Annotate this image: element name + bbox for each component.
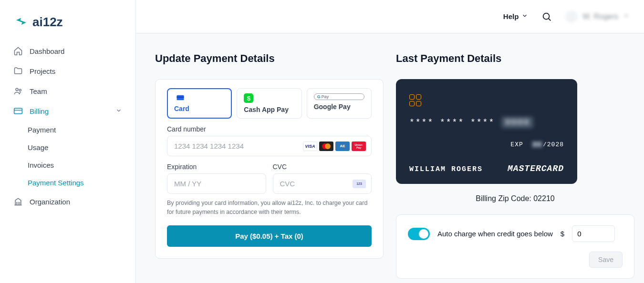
method-label: Google Pay [314,103,364,111]
svg-point-1 [19,89,21,91]
sidebar-label: Dashboard [30,47,64,55]
mastercard-icon [319,142,333,151]
unionpay-icon: UnionPay [352,142,366,151]
cvc-icon: 123 [353,180,366,188]
home-icon [13,46,23,56]
user-menu[interactable]: W. Rogers [565,10,630,23]
sidebar-label: Team [30,87,47,95]
card-visual: **** **** **** 0000 EXP 00/2028 WILLIAM … [396,79,577,184]
expiration-label: Expiration [167,163,266,171]
sidebar-item-projects[interactable]: Projects [0,61,135,81]
method-label: Cash App Pay [244,106,294,113]
sidebar-label: Projects [30,67,55,75]
sidebar-item-organization[interactable]: Organization [0,192,135,212]
header: Help W. Rogers [136,0,644,33]
cardholder-name: WILLIAM ROGERS [409,165,483,173]
amex-icon: AE [335,142,350,151]
card-icon [13,106,23,116]
card-brand-label: MASTERCARD [508,164,564,173]
sidebar-label: Billing [30,107,49,115]
team-icon [13,86,23,96]
sidebar-label: Organization [30,198,70,206]
currency-symbol: $ [561,230,564,238]
card-expiry-display: EXP 00/2028 [510,141,564,148]
save-button[interactable]: Save [589,252,623,268]
sidebar-item-dashboard[interactable]: Dashboard [0,41,135,61]
chevron-down-icon [623,12,630,21]
logo-icon [13,14,29,30]
auto-charge-panel: Auto charge when credit goes below $ Sav… [396,214,634,279]
pay-button[interactable]: Pay ($0.05) + Tax (0) [167,225,372,247]
method-label: Card [174,105,225,112]
folder-icon [13,66,23,76]
cashapp-icon: $ [244,93,253,103]
svg-rect-2 [14,108,22,114]
card-brand-icons: VISA AE UnionPay [303,142,366,151]
chevron-down-icon [115,107,122,115]
card-number-display: **** **** **** 0000 [409,117,564,128]
help-menu[interactable]: Help [503,12,529,20]
search-icon[interactable] [541,11,552,22]
cvc-label: CVC [273,163,372,171]
sidebar-subitem-invoices[interactable]: Invoices [0,156,135,174]
auto-charge-label: Auto charge when credit goes below [437,230,553,238]
auto-charge-toggle[interactable] [408,228,430,240]
card-chip-icon [409,94,423,106]
svg-point-0 [16,88,18,91]
sidebar-subitem-payment-settings[interactable]: Payment Settings [0,174,135,192]
logo: ai12z [0,14,135,41]
sidebar-subitem-payment[interactable]: Payment [0,121,135,139]
sidebar-item-billing[interactable]: Billing [0,101,135,121]
svg-rect-10 [177,97,184,98]
payment-method-card[interactable]: Card [167,88,232,119]
expiration-input[interactable] [167,173,266,194]
last-payment-title: Last Payment Details [396,52,634,65]
update-payment-panel: Card $ Cash App Pay GPay Google Pay Card… [155,79,384,259]
disclaimer-text: By providing your card information, you … [167,199,372,217]
sidebar: ai12z Dashboard Projects Team [0,0,136,283]
threshold-input[interactable] [572,225,615,242]
card-number-label: Card number [167,125,372,133]
svg-line-8 [549,19,551,20]
user-name: W. Rogers [582,12,618,21]
update-payment-title: Update Payment Details [155,52,384,65]
chevron-down-icon [521,12,528,20]
organization-icon [13,197,23,206]
brand-name: ai12z [32,15,63,30]
avatar [565,10,578,23]
svg-point-7 [543,13,550,19]
payment-method-gpay[interactable]: GPay Google Pay [307,88,372,119]
help-label: Help [503,12,519,20]
sidebar-item-team[interactable]: Team [0,81,135,101]
sidebar-subitem-usage[interactable]: Usage [0,139,135,156]
payment-method-cashapp[interactable]: $ Cash App Pay [237,88,301,119]
card-icon [174,93,187,102]
visa-icon: VISA [303,142,317,151]
billing-zip: Billing Zip Code: 02210 [396,194,634,203]
google-pay-icon: GPay [314,93,364,100]
